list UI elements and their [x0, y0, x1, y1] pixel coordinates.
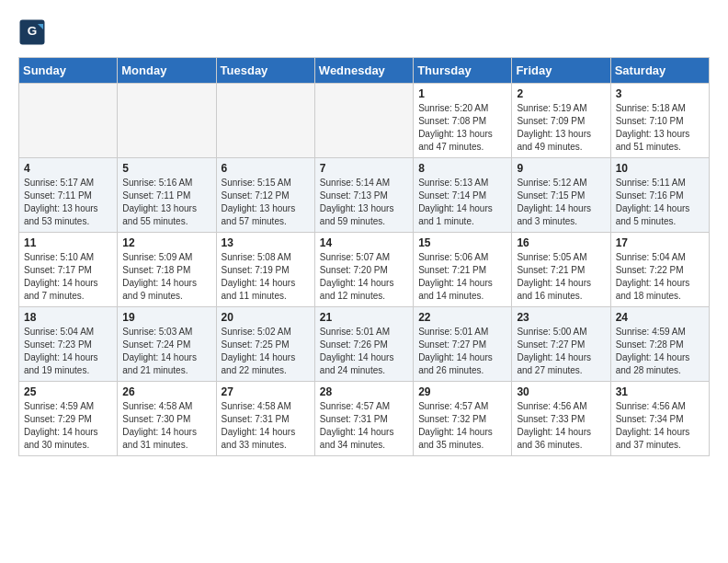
calendar-day-27: 27Sunrise: 4:58 AM Sunset: 7:31 PM Dayli…: [216, 382, 314, 456]
day-number: 11: [24, 236, 112, 249]
day-info: Sunrise: 5:14 AM Sunset: 7:13 PM Dayligh…: [320, 177, 408, 228]
calendar-day-3: 3Sunrise: 5:18 AM Sunset: 7:10 PM Daylig…: [610, 84, 709, 158]
day-info: Sunrise: 4:59 AM Sunset: 7:29 PM Dayligh…: [24, 400, 112, 452]
day-number: 8: [418, 162, 506, 175]
calendar-day-31: 31Sunrise: 4:56 AM Sunset: 7:34 PM Dayli…: [610, 382, 709, 456]
day-number: 18: [24, 311, 112, 324]
day-info: Sunrise: 5:11 AM Sunset: 7:16 PM Dayligh…: [616, 177, 704, 228]
day-info: Sunrise: 5:16 AM Sunset: 7:11 PM Dayligh…: [122, 177, 210, 228]
calendar-day-23: 23Sunrise: 5:00 AM Sunset: 7:27 PM Dayli…: [512, 307, 610, 382]
day-number: 10: [616, 162, 704, 175]
calendar-day-9: 9Sunrise: 5:12 AM Sunset: 7:15 PM Daylig…: [512, 158, 610, 233]
calendar-day-12: 12Sunrise: 5:09 AM Sunset: 7:18 PM Dayli…: [118, 233, 216, 307]
logo-icon: G: [18, 18, 46, 46]
day-info: Sunrise: 4:57 AM Sunset: 7:31 PM Dayligh…: [320, 400, 408, 452]
calendar-day-25: 25Sunrise: 4:59 AM Sunset: 7:29 PM Dayli…: [19, 382, 118, 456]
day-number: 24: [616, 311, 704, 324]
page: G SundayMondayTuesdayWednesdayThursdayFr…: [0, 0, 728, 465]
day-info: Sunrise: 4:56 AM Sunset: 7:34 PM Dayligh…: [616, 400, 704, 452]
day-info: Sunrise: 4:59 AM Sunset: 7:28 PM Dayligh…: [616, 326, 704, 377]
day-number: 15: [418, 236, 506, 249]
day-info: Sunrise: 5:12 AM Sunset: 7:15 PM Dayligh…: [517, 177, 605, 228]
day-info: Sunrise: 4:56 AM Sunset: 7:33 PM Dayligh…: [517, 400, 605, 452]
calendar-day-8: 8Sunrise: 5:13 AM Sunset: 7:14 PM Daylig…: [414, 158, 512, 233]
weekday-header-wednesday: Wednesday: [314, 58, 413, 84]
day-number: 3: [616, 87, 704, 100]
day-number: 23: [517, 311, 605, 324]
calendar-day-2: 2Sunrise: 5:19 AM Sunset: 7:09 PM Daylig…: [512, 84, 610, 158]
day-number: 30: [517, 385, 605, 398]
day-info: Sunrise: 5:06 AM Sunset: 7:21 PM Dayligh…: [418, 251, 506, 303]
calendar-day-15: 15Sunrise: 5:06 AM Sunset: 7:21 PM Dayli…: [414, 233, 512, 307]
weekday-header-monday: Monday: [118, 58, 216, 84]
calendar-day-24: 24Sunrise: 4:59 AM Sunset: 7:28 PM Dayli…: [610, 307, 709, 382]
calendar-day-30: 30Sunrise: 4:56 AM Sunset: 7:33 PM Dayli…: [512, 382, 610, 456]
calendar-day-1: 1Sunrise: 5:20 AM Sunset: 7:08 PM Daylig…: [414, 84, 512, 158]
calendar-day-14: 14Sunrise: 5:07 AM Sunset: 7:20 PM Dayli…: [314, 233, 413, 307]
day-number: 7: [320, 162, 408, 175]
calendar-table: SundayMondayTuesdayWednesdayThursdayFrid…: [18, 57, 710, 456]
calendar-day-13: 13Sunrise: 5:08 AM Sunset: 7:19 PM Dayli…: [216, 233, 314, 307]
day-number: 1: [418, 87, 506, 100]
calendar-day-19: 19Sunrise: 5:03 AM Sunset: 7:24 PM Dayli…: [118, 307, 216, 382]
day-info: Sunrise: 5:15 AM Sunset: 7:12 PM Dayligh…: [222, 177, 310, 228]
calendar-week-row: 11Sunrise: 5:10 AM Sunset: 7:17 PM Dayli…: [19, 233, 710, 307]
calendar-day-26: 26Sunrise: 4:58 AM Sunset: 7:30 PM Dayli…: [118, 382, 216, 456]
day-number: 16: [517, 236, 605, 249]
day-number: 12: [122, 236, 210, 249]
day-number: 14: [320, 236, 408, 249]
weekday-header-sunday: Sunday: [19, 58, 118, 84]
day-number: 13: [222, 236, 310, 249]
calendar-week-row: 25Sunrise: 4:59 AM Sunset: 7:29 PM Dayli…: [19, 382, 710, 456]
calendar-empty-cell: [19, 84, 118, 158]
calendar-empty-cell: [118, 84, 216, 158]
day-number: 29: [418, 385, 506, 398]
calendar-day-10: 10Sunrise: 5:11 AM Sunset: 7:16 PM Dayli…: [610, 158, 709, 233]
calendar-day-7: 7Sunrise: 5:14 AM Sunset: 7:13 PM Daylig…: [314, 158, 413, 233]
calendar-day-4: 4Sunrise: 5:17 AM Sunset: 7:11 PM Daylig…: [19, 158, 118, 233]
calendar-day-11: 11Sunrise: 5:10 AM Sunset: 7:17 PM Dayli…: [19, 233, 118, 307]
day-info: Sunrise: 5:10 AM Sunset: 7:17 PM Dayligh…: [24, 251, 112, 303]
day-info: Sunrise: 5:13 AM Sunset: 7:14 PM Dayligh…: [418, 177, 506, 228]
header: G: [18, 18, 710, 46]
day-info: Sunrise: 5:17 AM Sunset: 7:11 PM Dayligh…: [24, 177, 112, 228]
day-info: Sunrise: 4:57 AM Sunset: 7:32 PM Dayligh…: [418, 400, 506, 452]
calendar-day-21: 21Sunrise: 5:01 AM Sunset: 7:26 PM Dayli…: [314, 307, 413, 382]
calendar-day-18: 18Sunrise: 5:04 AM Sunset: 7:23 PM Dayli…: [19, 307, 118, 382]
calendar-day-17: 17Sunrise: 5:04 AM Sunset: 7:22 PM Dayli…: [610, 233, 709, 307]
weekday-header-friday: Friday: [512, 58, 610, 84]
day-number: 27: [222, 385, 310, 398]
day-info: Sunrise: 5:08 AM Sunset: 7:19 PM Dayligh…: [222, 251, 310, 303]
day-info: Sunrise: 5:01 AM Sunset: 7:26 PM Dayligh…: [320, 326, 408, 377]
calendar-week-row: 1Sunrise: 5:20 AM Sunset: 7:08 PM Daylig…: [19, 84, 710, 158]
day-info: Sunrise: 4:58 AM Sunset: 7:30 PM Dayligh…: [122, 400, 210, 452]
day-number: 6: [222, 162, 310, 175]
calendar-empty-cell: [216, 84, 314, 158]
day-info: Sunrise: 5:20 AM Sunset: 7:08 PM Dayligh…: [418, 102, 506, 154]
day-number: 25: [24, 385, 112, 398]
svg-text:G: G: [28, 24, 38, 38]
day-number: 28: [320, 385, 408, 398]
weekday-header-tuesday: Tuesday: [216, 58, 314, 84]
day-info: Sunrise: 5:00 AM Sunset: 7:27 PM Dayligh…: [517, 326, 605, 377]
calendar-day-6: 6Sunrise: 5:15 AM Sunset: 7:12 PM Daylig…: [216, 158, 314, 233]
day-info: Sunrise: 5:01 AM Sunset: 7:27 PM Dayligh…: [418, 326, 506, 377]
day-number: 21: [320, 311, 408, 324]
day-number: 2: [517, 87, 605, 100]
day-info: Sunrise: 5:09 AM Sunset: 7:18 PM Dayligh…: [122, 251, 210, 303]
day-number: 31: [616, 385, 704, 398]
day-info: Sunrise: 5:19 AM Sunset: 7:09 PM Dayligh…: [517, 102, 605, 154]
weekday-header-saturday: Saturday: [610, 58, 709, 84]
calendar-week-row: 18Sunrise: 5:04 AM Sunset: 7:23 PM Dayli…: [19, 307, 710, 382]
calendar-week-row: 4Sunrise: 5:17 AM Sunset: 7:11 PM Daylig…: [19, 158, 710, 233]
day-number: 22: [418, 311, 506, 324]
day-info: Sunrise: 5:04 AM Sunset: 7:23 PM Dayligh…: [24, 326, 112, 377]
day-info: Sunrise: 5:05 AM Sunset: 7:21 PM Dayligh…: [517, 251, 605, 303]
calendar-day-16: 16Sunrise: 5:05 AM Sunset: 7:21 PM Dayli…: [512, 233, 610, 307]
day-info: Sunrise: 5:04 AM Sunset: 7:22 PM Dayligh…: [616, 251, 704, 303]
calendar-day-22: 22Sunrise: 5:01 AM Sunset: 7:27 PM Dayli…: [414, 307, 512, 382]
day-number: 4: [24, 162, 112, 175]
day-number: 5: [122, 162, 210, 175]
day-info: Sunrise: 5:03 AM Sunset: 7:24 PM Dayligh…: [122, 326, 210, 377]
day-number: 26: [122, 385, 210, 398]
